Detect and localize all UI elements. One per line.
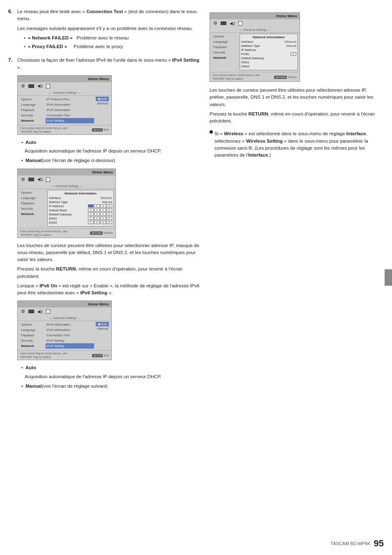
manual-bullet-ipv6: Manual (voir l'écran de réglage suivant)	[21, 383, 201, 390]
home-menu-label-1: Home Menu	[88, 77, 109, 81]
step-6-messages: Les messages suivants apparaissent s'il …	[17, 25, 201, 32]
proxy-failed-item: « Proxy FAILED » Problème avec le proxy	[24, 43, 201, 50]
screen2-menu-left: System Language Playback Security Networ…	[19, 190, 44, 227]
option-auto-3: ◀ Auto	[96, 322, 109, 326]
ip-inputs: 0 0 0 0	[88, 204, 112, 208]
footer-line1-2: Use cursor key to move focus, use	[20, 229, 67, 233]
screen-r1-body: System Language Playback Security Networ…	[210, 33, 300, 72]
screen-net-info-manual: Home Menu ⚙ ◀)) --- General Setting --- …	[17, 169, 116, 238]
screen-r1-header: Home Menu	[210, 13, 300, 19]
ipv6-on-bold: IPv6 On	[39, 283, 57, 288]
screen1-icons: ⚙ ◀))	[18, 82, 111, 90]
subnet-row: Subnet Mask 0 0 0 0	[49, 208, 112, 212]
d2-f2: 0	[94, 221, 100, 224]
auto-manual-bullets-1: Auto	[21, 139, 201, 146]
option-manual-1: Manual	[96, 101, 110, 106]
menu-network-2: Network	[19, 211, 44, 217]
return-label-r1: Return	[288, 75, 297, 79]
net-info-panel-r1: Network Information Interface Ethernet A…	[240, 34, 298, 70]
return-btn-r1: RETURN	[274, 76, 287, 79]
screen3-menu-left: System Language Playback Security Networ…	[19, 322, 44, 349]
dns1-row: DNS1 0 0 0 0	[49, 217, 112, 220]
dns2-row: DNS2 0 0 0 0	[49, 221, 112, 224]
dns1-inputs: 0 0 0 0	[88, 217, 112, 220]
address-type-row-r1: Address Type Manual	[241, 44, 296, 48]
d2-f4: 0	[106, 221, 112, 224]
sub-f1: 0	[88, 208, 94, 212]
setup-btn-1: SETUP	[92, 128, 103, 132]
exit-label-1: Exit	[104, 128, 109, 132]
right-column: Home Menu ⚙ ◀)) --- General Setting --- …	[210, 8, 382, 547]
screen2-footer-text: Use cursor key to move focus, use "ENTER…	[20, 229, 67, 237]
sub-ip-protocol: IP Protocol Prio...	[46, 97, 94, 102]
volume-icon-1: ◀))	[37, 84, 43, 88]
manual-desc: Les touches de curseur peuvent être util…	[17, 242, 201, 264]
wireless-setting-bold: Wireless Setting	[246, 139, 283, 143]
return-desc: Pressez la touche RETURN, même en cours …	[17, 266, 201, 280]
screen2-body: System Language Playback Security Networ…	[18, 189, 115, 228]
step-7-content: Choisissez la façon de fixer l'adresse I…	[17, 57, 201, 391]
auto-manual-bullets-ipv6: Auto	[21, 364, 201, 371]
doc-icon-3	[46, 309, 50, 314]
proxy-failed-label: « Proxy FAILED »	[28, 43, 67, 50]
gateway-row-r1: Default Gateway	[241, 56, 296, 60]
sub-ipv4-setting: IPv4 Setting	[46, 118, 94, 123]
auto-desc-1: Acquisition automatique de l'adresse IP …	[25, 148, 201, 155]
home-menu-label-3: Home Menu	[88, 302, 109, 306]
screen3-body: System Language Playback Security Networ…	[18, 321, 111, 350]
screen1-footer: Use cursor key to move focus, use "ENTER…	[18, 125, 111, 134]
screen-right-net-info: Home Menu ⚙ ◀)) --- General Setting --- …	[210, 12, 300, 82]
footer-line1-1: Use cursor key to move focus, use	[20, 126, 67, 130]
screen2-general-setting: --- General Setting ---	[18, 183, 115, 189]
gw-f3: 0	[100, 213, 106, 216]
screen3-general-setting: --- General Setting ---	[18, 315, 111, 321]
d2-f3: 0	[100, 221, 106, 224]
footer-line2-1: "ENTER" key to select	[20, 130, 67, 134]
exit-label-3: Exit	[104, 354, 109, 357]
manual-item-1: Manual (voir l'écran de réglage ci-desso…	[21, 157, 201, 164]
film-icon-3	[28, 310, 34, 313]
interface-value: Ethernet	[101, 196, 112, 200]
right-desc2: Pressez la touche RETURN, même en cours …	[210, 111, 382, 125]
footer-line2-2: "ENTER" key to select	[20, 233, 67, 237]
menu-language-2: Language	[19, 195, 44, 201]
interface-row-r1: Interface Ethernet	[241, 40, 296, 44]
home-menu-label-r1: Home Menu	[276, 14, 297, 18]
gateway-inputs: 0 0 0 0	[88, 213, 112, 216]
dns2-inputs: 0 0 0 0	[88, 221, 112, 224]
wireless-note: Si « Wireless » est sélectionné dans le …	[210, 130, 382, 161]
dns1-label-r1: DNS1	[241, 60, 249, 64]
gateway-label: Default Gateway	[49, 213, 71, 216]
address-type-label-r1: Address Type	[241, 44, 260, 48]
volume-icon-2: ◀))	[37, 177, 43, 181]
subnet-inputs: 0 0 0 0	[88, 208, 112, 212]
auto-desc-ipv6: Acquisition automatique de l'adresse IP …	[25, 373, 201, 380]
step-6: 6. Le réseau peut être testé avec « Conn…	[8, 8, 201, 53]
return-btn-2: RETURN	[90, 231, 103, 235]
gear-icon-1: ⚙	[21, 83, 25, 89]
step-6-number: 6.	[8, 8, 17, 53]
sub-f4: 0	[106, 208, 112, 212]
gw-f4: 0	[106, 213, 112, 216]
brand-name: TASCAM BD-MP4K	[331, 541, 371, 546]
screen1-body: System Language Playback Security Networ…	[18, 96, 111, 125]
manual-bullet-1: Manual (voir l'écran de réglage ci-desso…	[21, 157, 201, 164]
note-circle-icon	[210, 130, 213, 134]
sub-ipv6-info: IPv6 Information	[46, 107, 94, 113]
sub-ipv4-info: IPv4 Information	[46, 102, 94, 107]
step-6-intro: Le réseau peut être testé avec « Connect…	[17, 8, 201, 23]
ipv6-setting-bold: IPv6 Setting	[80, 290, 107, 295]
sub-f3: 0	[100, 208, 106, 212]
dns2-label: DNS2	[49, 221, 57, 224]
address-type-value-r1: Manual	[286, 44, 296, 48]
menu-language-3: Language	[19, 327, 44, 333]
film-icon-2	[28, 178, 34, 181]
screen-ipv6-setting: Home Menu ⚙ ◀)) --- General Setting --- …	[17, 301, 112, 360]
d1-f2: 0	[94, 217, 100, 220]
interface-bold2: Interface	[248, 153, 268, 157]
d2-f1: 0	[88, 221, 94, 224]
dns2-label-r1: DNS2	[241, 65, 249, 68]
menu-system-r1: System	[212, 34, 236, 39]
menu-playback-3: Playback	[19, 333, 44, 338]
ip-f1: 0	[88, 204, 94, 208]
